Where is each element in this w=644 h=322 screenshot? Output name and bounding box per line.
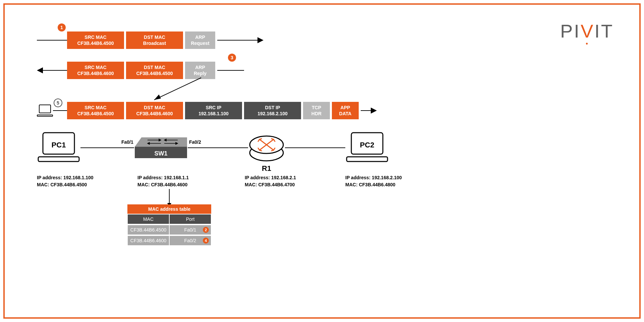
- src-ip-box: SRC IP192.168.1.100: [185, 102, 242, 119]
- outer-frame: [3, 3, 641, 319]
- src-mac-box: SRC MACCF3B.44B6.4500: [67, 31, 124, 49]
- mac-table-header-row: MAC Port: [127, 214, 211, 224]
- r1-label: R1: [248, 164, 285, 173]
- line: [217, 70, 244, 71]
- line: [217, 40, 257, 41]
- line: [53, 110, 67, 111]
- pivit-logo: PIV•IT: [560, 20, 614, 42]
- tcp-hdr-box: TCPHDR: [303, 102, 330, 119]
- line: [37, 40, 67, 41]
- mac-cell: CF3B.44B6.4600: [128, 236, 169, 245]
- full-packet-row: 5 SRC MACCF3B.44B6.4500 DST MACCF3B.44B6…: [37, 101, 377, 121]
- mac-table-row: CF3B.44B6.4600 Fa0/2 4: [127, 235, 211, 246]
- sw1-label: SW1: [134, 150, 188, 157]
- svg-marker-5: [135, 137, 187, 147]
- svg-line-0: [154, 78, 201, 100]
- step-4-bubble: 4: [203, 238, 209, 244]
- pc2-label: PC2: [345, 141, 389, 149]
- pc2-ip: IP address: 192.168.2.100: [345, 174, 402, 181]
- arrow-left-icon: [37, 67, 43, 73]
- laptop-icon: [37, 105, 53, 117]
- step-3-bubble: 3: [228, 54, 236, 62]
- pc1-ip: IP address: 192.168.1.100: [37, 174, 94, 181]
- step-1-bubble: 1: [58, 23, 66, 31]
- mac-cell: CF3B.44B6.4500: [128, 225, 169, 235]
- mac-table-title: MAC address table: [127, 204, 211, 214]
- step-5-bubble: 5: [54, 99, 62, 107]
- svg-rect-22: [347, 157, 388, 162]
- port-fa02: Fa0/2: [189, 139, 201, 145]
- arp-reply-row: 3 SRC MACCF3B.44B6.4600 DST MACCF3B.44B6…: [37, 60, 244, 80]
- mac-col-header: MAC: [128, 214, 169, 224]
- line: [43, 70, 67, 71]
- sw1-ip: IP address: 192.168.1.1: [137, 174, 189, 181]
- sw1-icon: [134, 136, 188, 163]
- port-cell: Fa0/1 2: [170, 225, 211, 235]
- pc2-info: IP address: 192.168.2.100 MAC: CF3B.44B6…: [345, 174, 402, 188]
- pc2-mac: MAC: CF3B.44B6.4800: [345, 181, 402, 188]
- sw1-info: IP address: 192.168.1.1 MAC: CF3B.44B6.4…: [137, 174, 189, 188]
- link-pc1-sw1: [80, 147, 134, 148]
- svg-rect-3: [38, 157, 79, 162]
- pc1-label: PC1: [37, 141, 80, 149]
- dst-mac-box: DST MACBroadcast: [126, 31, 183, 49]
- src-mac-box: SRC MACCF3B.44B6.4600: [67, 62, 124, 79]
- dst-ip-box: DST IP192.168.2.100: [244, 102, 301, 119]
- r1-mac: MAC: CF3B.44B6.4700: [245, 181, 296, 188]
- logo-prefix: PI: [560, 20, 581, 42]
- pc1-info: IP address: 192.168.1.100 MAC: CF3B.44B6…: [37, 174, 94, 188]
- arrow-right-icon: [257, 37, 264, 43]
- pc1-mac: MAC: CF3B.44B6.4500: [37, 181, 94, 188]
- r1-ip: IP address: 192.168.2.1: [245, 174, 296, 181]
- r1-info: IP address: 192.168.2.1 MAC: CF3B.44B6.4…: [245, 174, 296, 188]
- r1-icon: [248, 131, 285, 165]
- sw1-mac: MAC: CF3B.44B6.4600: [137, 181, 189, 188]
- svg-marker-1: [154, 94, 161, 100]
- port-cell: Fa0/2 4: [170, 236, 211, 245]
- app-data-box: APPDATA: [332, 102, 359, 119]
- link-sw1-r1: [188, 147, 248, 148]
- link-r1-pc2: [285, 147, 345, 148]
- port-fa01: Fa0/1: [121, 139, 133, 145]
- dst-mac-box: DST MACCF3B.44B6.4600: [126, 102, 183, 119]
- step-2-bubble: 2: [203, 227, 209, 233]
- logo-suffix: IT: [594, 20, 614, 42]
- logo-v: V•: [581, 20, 594, 42]
- port-col-header: Port: [170, 214, 211, 224]
- logo-dot: •: [586, 40, 589, 48]
- line: [361, 110, 371, 111]
- arp-request-row: 1 SRC MACCF3B.44B6.4500 DST MACBroadcast…: [37, 30, 264, 50]
- mac-table-row: CF3B.44B6.4500 Fa0/1 2: [127, 224, 211, 235]
- mac-address-table: MAC address table MAC Port CF3B.44B6.450…: [127, 204, 211, 246]
- arp-request-box: ARPRequest: [185, 31, 215, 49]
- src-mac-box: SRC MACCF3B.44B6.4500: [67, 102, 124, 119]
- arrow-right-icon: [371, 108, 377, 114]
